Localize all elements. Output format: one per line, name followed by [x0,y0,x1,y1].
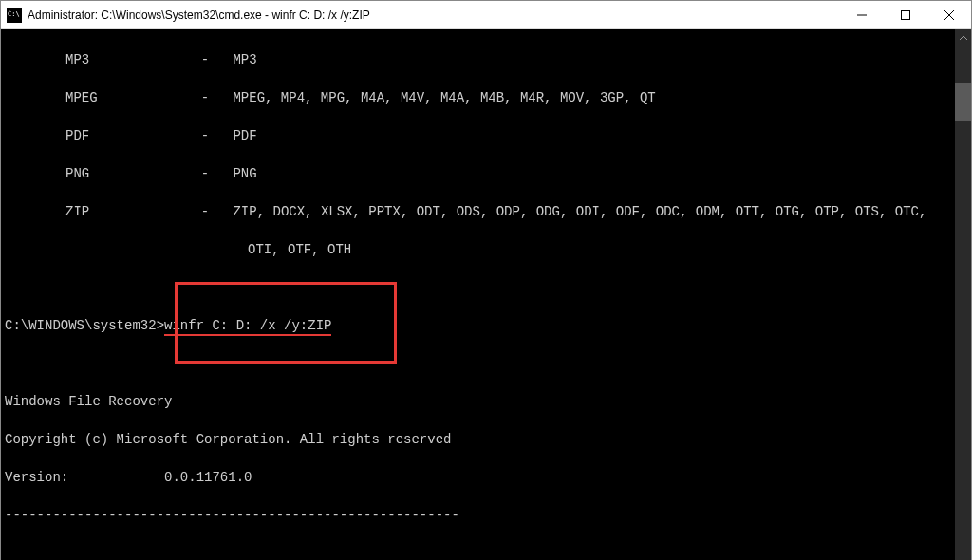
fmt-sep: - [201,166,209,181]
fmt-value: MP3 [233,52,256,67]
fmt-value: PNG [233,166,256,181]
window-controls [840,1,971,29]
fmt-value: ZIP, DOCX, XLSX, PPTX, ODT, ODS, ODP, OD… [233,204,926,219]
fmt-sep: - [201,204,209,219]
vertical-scrollbar[interactable] [955,29,971,560]
minimize-button[interactable] [840,1,884,29]
fmt-label: PDF [65,128,89,143]
scroll-up-icon[interactable] [955,29,971,46]
fmt-value: MPEG, MP4, MPG, M4A, M4V, M4A, M4B, M4R,… [233,90,655,105]
version-value: 0.0.11761.0 [164,470,252,485]
app-name: Windows File Recovery [5,392,955,411]
fmt-sep: - [201,128,209,143]
version-label: Version: [5,470,68,485]
scroll-thumb[interactable] [955,83,971,121]
client-area: MP3 - MP3 MPEG - MPEG, MP4, MPG, M4A, M4… [1,29,971,560]
cmd-window: Administrator: C:\Windows\System32\cmd.e… [0,0,972,560]
terminal-output[interactable]: MP3 - MP3 MPEG - MPEG, MP4, MPG, M4A, M4… [1,29,955,560]
fmt-label: MPEG [65,90,98,105]
copyright-text: Copyright (c) Microsoft Corporation. All… [5,430,955,449]
window-title: Administrator: C:\Windows\System32\cmd.e… [28,9,840,22]
fmt-label: ZIP [65,204,89,219]
maximize-button[interactable] [884,1,927,29]
fmt-sep: - [201,52,209,67]
fmt-value: PDF [233,128,256,143]
fmt-sep: - [201,90,209,105]
fmt-value-cont: OTI, OTF, OTH [248,242,351,257]
close-button[interactable] [927,1,971,29]
svg-rect-1 [902,10,910,19]
cmd-icon [7,8,22,23]
divider: ----------------------------------------… [5,506,955,525]
fmt-label: MP3 [65,52,89,67]
fmt-label: PNG [65,166,89,181]
command-text: winfr C: D: /x /y:ZIP [164,318,331,336]
titlebar[interactable]: Administrator: C:\Windows\System32\cmd.e… [1,1,971,29]
prompt-path: C:\WINDOWS\system32> [5,318,164,333]
